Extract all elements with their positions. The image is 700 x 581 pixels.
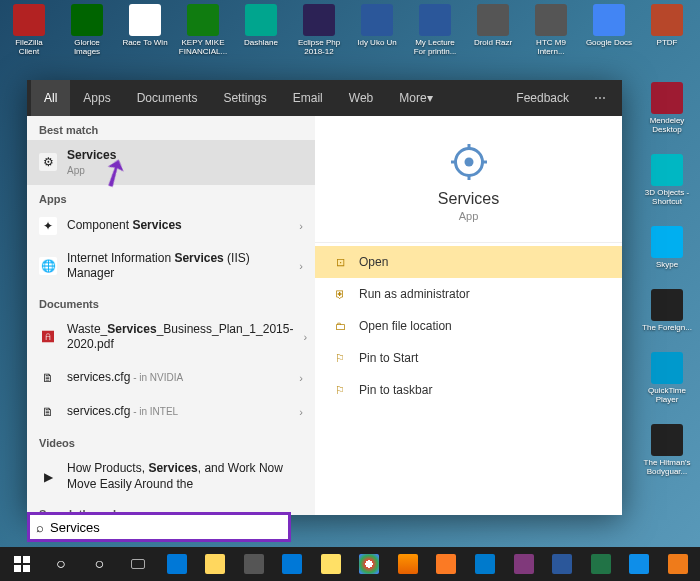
action-pin-to-taskbar[interactable]: ⚐Pin to taskbar [315,374,622,406]
search-tabs: All Apps Documents Settings Email Web Mo… [27,80,622,116]
taskbar-app-vlc[interactable] [660,547,697,581]
taskbar-app-notes[interactable] [313,547,350,581]
tab-apps[interactable]: Apps [70,80,123,116]
documents-header: Documents [27,290,315,314]
result-app-iis-manager[interactable]: 🌐 Internet Information Services (IIS) Ma… [27,243,315,290]
file-icon: 🗎 [39,403,57,421]
folder-icon: 🗀 [333,319,347,333]
action-open[interactable]: ⊡Open [315,246,622,278]
tab-documents[interactable]: Documents [124,80,211,116]
detail-actions: ⊡Open⛨Run as administrator🗀Open file loc… [315,243,622,409]
desktop-icon[interactable]: Eclipse Php 2018-12 [295,4,343,56]
chevron-right-icon: › [303,331,307,343]
pin-start-icon: ⚐ [333,351,347,365]
taskbar-app-excel[interactable] [582,547,619,581]
chevron-right-icon: › [299,220,303,232]
desktop-icon[interactable]: Mendeley Desktop [637,82,697,134]
search-input[interactable] [50,520,282,535]
desktop-icon[interactable]: PTDF [643,4,691,56]
file-icon: 🗎 [39,369,57,387]
chevron-right-icon: › [299,406,303,418]
desktop-icon[interactable]: Glorice Images [63,4,111,56]
detail-subtitle: App [459,210,479,222]
videos-header: Videos [27,429,315,453]
tab-email[interactable]: Email [280,80,336,116]
detail-column: Services App ⊡Open⛨Run as administrator🗀… [315,116,622,515]
desktop-icon[interactable]: 3D Objects - Shortcut [637,154,697,206]
taskbar-app-xampp[interactable] [428,547,465,581]
action-pin-to-start[interactable]: ⚐Pin to Start [315,342,622,374]
desktop-icon[interactable]: FileZilla Client [5,4,53,56]
action-run-as-administrator[interactable]: ⛨Run as administrator [315,278,622,310]
taskbar-app-explorer[interactable] [197,547,234,581]
search-panel: All Apps Documents Settings Email Web Mo… [27,80,622,515]
desktop-icon[interactable]: The Foreign... [637,289,697,332]
task-view-button[interactable] [120,547,157,581]
results-column: Best match ⚙ Services App Apps ✦ Compone… [27,116,315,515]
iis-icon: 🌐 [39,257,57,275]
desktop-icon[interactable]: KEPY MIKE FINANCIAL... [179,4,227,56]
taskbar-app-word[interactable] [544,547,581,581]
desktop-icon[interactable]: Idy Uko Un [353,4,401,56]
cortana-button[interactable]: ○ [81,547,118,581]
desktop-icon[interactable]: Skype [637,226,697,269]
gear-icon [451,144,487,180]
desktop-icon[interactable]: The Hitman's Bodyguar... [637,424,697,476]
feedback-link[interactable]: Feedback [503,80,582,116]
desktop-icon[interactable]: QuickTime Player [637,352,697,404]
start-button[interactable] [4,547,41,581]
detail-title: Services [438,190,499,208]
taskbar-app-mail[interactable] [274,547,311,581]
component-icon: ✦ [39,217,57,235]
admin-icon: ⛨ [333,287,347,301]
desktop-icon[interactable]: My Lecture For printin... [411,4,459,56]
taskbar-app-chrome[interactable] [351,547,388,581]
svg-point-1 [464,158,473,167]
desktop-icon[interactable]: Race To Win [121,4,169,56]
result-doc-cfg-intel[interactable]: 🗎 services.cfg - in INTEL › [27,395,315,429]
taskbar: ○ ○ [0,547,700,581]
result-video[interactable]: ▶ How Products, Services, and Work Now M… [27,453,315,500]
menu-button[interactable]: ⋯ [582,80,618,116]
taskbar-search-button[interactable]: ○ [43,547,80,581]
gear-icon: ⚙ [39,153,57,171]
chevron-right-icon: › [299,372,303,384]
tab-all[interactable]: All [31,80,70,116]
taskbar-app-teamviewer[interactable] [621,547,658,581]
pdf-icon: 🅰 [39,328,57,346]
taskbar-app-code[interactable] [467,547,504,581]
taskbar-app-firefox[interactable] [390,547,427,581]
desktop-icons-right: Mendeley Desktop3D Objects - ShortcutSky… [637,82,697,476]
desktop-icon[interactable]: Droid Razr [469,4,517,56]
apps-header: Apps [27,185,315,209]
pin-taskbar-icon: ⚐ [333,383,347,397]
tab-more[interactable]: More ▾ [386,80,445,116]
taskbar-app-edge[interactable] [158,547,195,581]
result-app-component-services[interactable]: ✦ Component Services › [27,209,315,243]
tab-web[interactable]: Web [336,80,386,116]
best-match-header: Best match [27,116,315,140]
open-icon: ⊡ [333,255,347,269]
tab-settings[interactable]: Settings [210,80,279,116]
chevron-right-icon: › [299,260,303,272]
video-icon: ▶ [39,468,57,486]
taskbar-app-onenote[interactable] [505,547,542,581]
desktop-icons-row: FileZilla ClientGlorice ImagesRace To Wi… [5,4,691,56]
action-open-file-location[interactable]: 🗀Open file location [315,310,622,342]
taskbar-app-store[interactable] [235,547,272,581]
desktop-icon[interactable]: Google Docs [585,4,633,56]
desktop-icon[interactable]: HTC M9 Intern... [527,4,575,56]
result-doc-pdf[interactable]: 🅰 Waste_Services_Business_Plan_1_2015-20… [27,314,315,361]
result-best-match[interactable]: ⚙ Services App [27,140,315,185]
search-icon: ⌕ [36,520,44,535]
search-box[interactable]: ⌕ [27,512,291,542]
result-doc-cfg-nvidia[interactable]: 🗎 services.cfg - in NVIDIA › [27,361,315,395]
desktop-icon[interactable]: Dashlane [237,4,285,56]
